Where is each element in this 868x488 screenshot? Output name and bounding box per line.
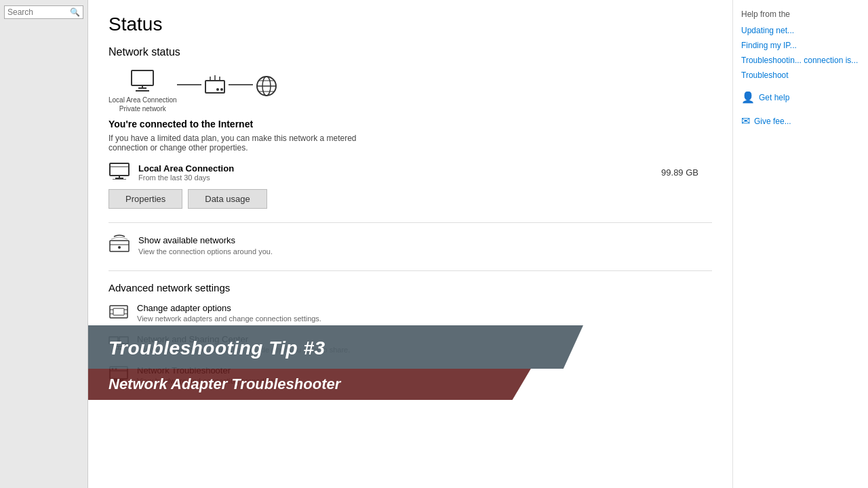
show-networks-link[interactable]: Show available networks: [138, 235, 235, 245]
give-feedback-action[interactable]: ✉ Give fee...: [741, 115, 860, 127]
help-link-2[interactable]: Finding my IP...: [741, 41, 860, 50]
connection-from: From the last 30 days: [138, 174, 653, 182]
divider-1: [108, 222, 712, 223]
get-help-label: Get help: [759, 93, 789, 102]
troubleshoot-link[interactable]: Troubleshoot: [741, 70, 860, 80]
router-icon-group: [201, 74, 229, 109]
help-title: Help from the: [741, 9, 860, 19]
give-feedback-icon: ✉: [741, 115, 750, 127]
networks-icon: [108, 234, 130, 257]
router-icon: [201, 74, 229, 98]
action-buttons: Properties Data usage: [108, 189, 712, 209]
svg-point-8: [220, 88, 223, 91]
search-icon: 🔍: [70, 7, 80, 17]
connected-sub: If you have a limited data plan, you can…: [108, 134, 380, 152]
main-content: Status Network status Local Area Connect…: [88, 0, 732, 488]
net-line-1: [177, 84, 201, 85]
connected-text: You're connected to the Internet: [108, 119, 712, 129]
net-line-2: [229, 84, 253, 85]
globe-icon: [253, 74, 280, 98]
overlay-tip-text: Troubleshooting Tip #3: [108, 338, 563, 359]
connection-icon: [108, 162, 130, 182]
right-panel: Help from the Updating net... Finding my…: [732, 0, 868, 488]
get-help-action[interactable]: 👤 Get help: [741, 91, 860, 104]
overlay-subtitle-text: Network Adapter Troubleshooter: [108, 375, 529, 393]
connection-name: Local Area Connection: [138, 163, 653, 174]
connection-info: Local Area Connection From the last 30 d…: [138, 163, 653, 182]
connection-data-usage: 99.89 GB: [661, 167, 698, 178]
overlay-subtitle: Network Adapter Troubleshooter: [88, 369, 549, 400]
svg-rect-24: [113, 308, 124, 315]
pc-icon: [129, 69, 156, 94]
sidebar: 🔍: [0, 0, 88, 488]
adapter-text: Change adapter options View network adap…: [137, 303, 321, 323]
svg-point-22: [118, 246, 121, 249]
adapter-link[interactable]: Change adapter options: [137, 303, 321, 313]
advanced-title: Advanced network settings: [108, 282, 712, 293]
change-adapter-item[interactable]: Change adapter options View network adap…: [108, 303, 712, 323]
give-feedback-label: Give fee...: [754, 117, 791, 126]
connection-row: Local Area Connection From the last 30 d…: [108, 162, 712, 182]
pc-icon-group: Local Area Connection Private network: [108, 69, 177, 113]
search-box[interactable]: 🔍: [4, 5, 83, 19]
adapter-sub: View network adapters and change connect…: [137, 314, 321, 323]
get-help-icon: 👤: [741, 91, 755, 104]
help-link-1[interactable]: Updating net...: [741, 26, 860, 35]
svg-rect-0: [132, 70, 153, 85]
svg-point-9: [216, 88, 219, 91]
svg-rect-4: [205, 81, 224, 93]
help-link-3[interactable]: Troubleshootin... connection is...: [741, 56, 860, 65]
networks-text: Show available networks View the connect…: [138, 234, 273, 256]
svg-rect-15: [110, 163, 129, 176]
properties-button[interactable]: Properties: [108, 189, 182, 209]
show-networks-sub: View the connection options around you.: [138, 247, 273, 256]
divider-2: [108, 270, 712, 271]
overlay-tip: Troubleshooting Tip #3: [88, 325, 583, 369]
show-networks-row[interactable]: Show available networks View the connect…: [108, 234, 712, 257]
network-status-title: Network status: [108, 46, 712, 58]
svg-rect-23: [110, 306, 127, 318]
network-diagram: Local Area Connection Private network: [108, 69, 712, 113]
adapter-icon: [108, 303, 129, 323]
pc-label: Local Area Connection Private network: [108, 96, 177, 113]
data-usage-button[interactable]: Data usage: [188, 189, 267, 209]
overlay-banner: Troubleshooting Tip #3 Network Adapter T…: [88, 325, 583, 400]
globe-label: [265, 100, 267, 109]
globe-icon-group: [253, 74, 280, 109]
search-input[interactable]: [7, 7, 70, 17]
router-label: [214, 100, 216, 109]
page-title: Status: [108, 14, 712, 35]
